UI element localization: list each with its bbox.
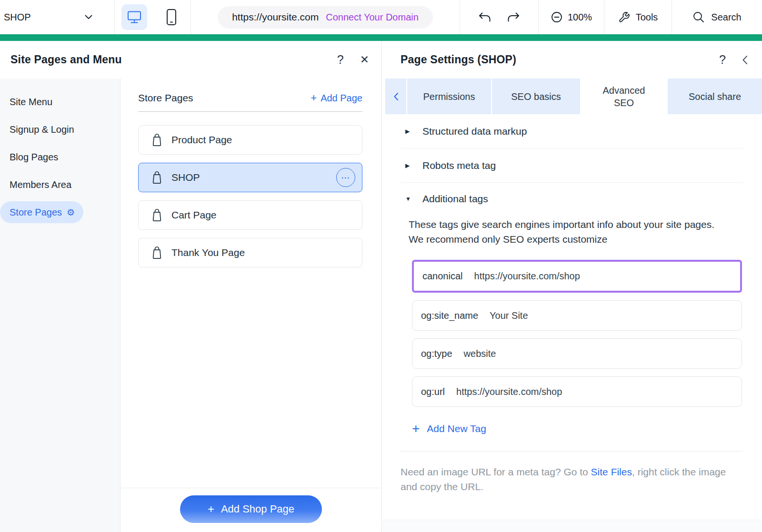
settings-tabbar: Permissions SEO basics Advanced SEO Soci… [385,79,762,114]
page-settings-panel: Page Settings (SHOP) ? Permissions SEO b… [382,41,762,532]
store-pages-heading: Store Pages [138,92,193,104]
search-label: Search [711,12,741,23]
search-icon [692,11,705,23]
caret-down-icon: ▼ [405,196,412,202]
connect-domain-link[interactable]: Connect Your Domain [326,12,419,23]
help-icon[interactable]: ? [337,54,344,66]
additional-tags-description: These tags give search engines important… [409,217,716,246]
add-page-button[interactable]: + Add Page [311,92,362,104]
page-settings-title: Page Settings (SHOP) [401,53,516,66]
chevron-left-icon [393,92,399,101]
page-selector-label: SHOP [4,12,31,23]
store-pages-footer: + Add Shop Page [120,488,381,532]
gear-icon[interactable]: ⚙ [67,208,75,217]
meta-tag-canonical[interactable]: canonical https://yoursite.com/shop [412,260,742,293]
site-files-link[interactable]: Site Files [591,466,632,477]
tools-button[interactable]: Tools [604,0,672,34]
redo-icon[interactable] [507,11,520,23]
ellipsis-icon: ··· [341,174,350,182]
caret-right-icon: ▶ [405,162,412,169]
undo-icon[interactable] [478,11,491,23]
shopping-bag-icon [151,171,162,184]
search-button[interactable]: Search [672,0,762,34]
tab-social-share[interactable]: Social share [668,79,762,114]
panel-bottom-strip [382,520,762,532]
pages-sidebar: Site Menu Signup & Login Blog Pages Memb… [0,79,120,532]
more-options-button[interactable]: ··· [336,168,355,187]
meta-tag-list: canonical https://yoursite.com/shop og:s… [412,260,742,407]
add-new-tag-button[interactable]: + Add New Tag [412,422,743,435]
plus-icon: + [208,502,214,516]
sidebar-item-members-area[interactable]: Members Area [0,171,120,198]
shopping-bag-icon [151,134,162,147]
tab-permissions[interactable]: Permissions [407,79,492,114]
help-icon[interactable]: ? [719,54,726,66]
desktop-view-button[interactable] [121,4,147,30]
meta-tag-og-url[interactable]: og:url https://yoursite.com/shop [412,376,742,407]
tabs-scroll-left-button[interactable] [385,79,407,114]
shopping-bag-icon [151,209,162,222]
top-toolbar: SHOP https://yoursite.com Connect Your D… [0,0,762,34]
close-icon[interactable]: ✕ [360,54,369,65]
settings-divider [401,451,743,452]
tab-advanced-seo[interactable]: Advanced SEO [581,79,668,114]
tab-seo-basics[interactable]: SEO basics [492,79,581,114]
page-selector[interactable]: SHOP [0,0,114,34]
mobile-view-button[interactable] [159,4,184,30]
site-url: https://yoursite.com [232,11,319,23]
editor-accent-bar [0,34,762,41]
meta-tag-og-site-name[interactable]: og:site_name Your Site [412,300,742,331]
plus-icon: + [412,422,420,435]
page-row-product-page[interactable]: Product Page [138,125,362,155]
sidebar-item-blog-pages[interactable]: Blog Pages [0,143,120,171]
advanced-seo-content: ▶ Structured data markup ▶ Robots meta t… [382,114,762,494]
zoom-level: 100% [568,12,592,23]
store-pages-section: Store Pages + Add Page Product Page [120,79,381,532]
site-pages-panel-header: Site Pages and Menu ? ✕ [0,41,381,79]
sidebar-item-store-pages[interactable]: Store Pages ⚙ [0,198,120,226]
wrench-icon [618,11,630,23]
collapse-panel-icon[interactable] [742,55,748,65]
image-url-note: Need an image URL for a meta tag? Go to … [401,464,739,494]
url-bar[interactable]: https://yoursite.com Connect Your Domain [218,6,433,29]
plus-icon: + [311,92,317,104]
page-row-shop[interactable]: SHOP ··· [138,163,362,192]
page-settings-header: Page Settings (SHOP) ? [382,41,762,79]
accordion-structured-data[interactable]: ▶ Structured data markup [401,114,743,148]
caret-right-icon: ▶ [405,128,412,135]
history-controls [460,0,538,34]
zoom-control[interactable]: 100% [538,0,604,34]
meta-tag-og-type[interactable]: og:type website [412,338,742,369]
tools-label: Tools [636,12,658,23]
desktop-icon [127,10,141,24]
zoom-out-icon [551,11,563,23]
page-row-thank-you-page[interactable]: Thank You Page [138,238,362,267]
shopping-bag-icon [151,246,162,259]
page-row-cart-page[interactable]: Cart Page [138,200,362,230]
sidebar-item-signup-login[interactable]: Signup & Login [0,116,120,143]
site-pages-panel: Site Pages and Menu ? ✕ Site Menu Signup… [0,41,382,532]
accordion-robots-meta[interactable]: ▶ Robots meta tag [401,148,743,183]
mobile-icon [166,9,177,26]
url-bar-section: https://yoursite.com Connect Your Domain [190,0,460,34]
accordion-additional-tags[interactable]: ▼ Additional tags [401,183,743,215]
sidebar-item-site-menu[interactable]: Site Menu [0,88,120,116]
device-switcher [114,0,190,34]
add-shop-page-button[interactable]: + Add Shop Page [180,495,322,523]
chevron-down-icon [85,15,92,20]
store-pages-divider [138,111,362,112]
site-pages-panel-title: Site Pages and Menu [10,53,122,66]
